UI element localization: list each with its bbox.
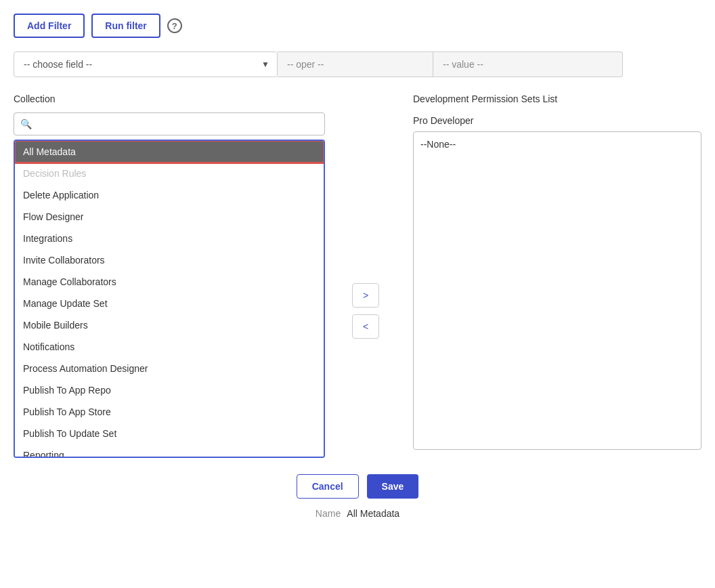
filter-row: -- choose field -- ▼ -- oper -- -- value… <box>14 51 623 77</box>
bottom-row: Cancel Save <box>14 474 701 499</box>
name-value: All Metadata <box>347 508 399 519</box>
chevron-left-icon: < <box>363 321 368 332</box>
value-field: -- value -- <box>433 51 623 77</box>
list-item[interactable]: Manage Update Set <box>15 293 324 314</box>
search-box-wrapper: 🔍 <box>14 112 325 135</box>
help-icon[interactable]: ? <box>167 18 182 33</box>
right-panel: Development Permission Sets List Pro Dev… <box>413 93 701 450</box>
permission-sets-list[interactable]: --None-- <box>413 131 701 450</box>
field-select-wrapper: -- choose field -- ▼ <box>14 51 278 77</box>
list-item[interactable]: Process Automation Designer <box>15 358 324 379</box>
list-item[interactable]: Publish To App Repo <box>15 379 324 401</box>
list-item[interactable]: Integrations <box>15 228 324 249</box>
list-item[interactable]: Notifications <box>15 336 324 358</box>
toolbar: Add Filter Run filter ? <box>14 14 701 38</box>
name-label: Name <box>316 508 341 519</box>
run-filter-button[interactable]: Run filter <box>91 14 160 38</box>
list-item[interactable]: Manage Collaborators <box>15 271 324 293</box>
list-item[interactable]: Invite Collaborators <box>15 249 324 271</box>
list-item[interactable]: Reporting <box>15 444 324 458</box>
oper-field: -- oper -- <box>278 51 433 77</box>
choose-field-select[interactable]: -- choose field -- <box>14 51 278 77</box>
list-item[interactable]: All Metadata <box>15 141 324 163</box>
collection-list[interactable]: All MetadataDecision RulesDelete Applica… <box>14 140 325 458</box>
cancel-button[interactable]: Cancel <box>297 474 359 499</box>
dev-permission-sets-title: Development Permission Sets List <box>413 93 701 104</box>
chevron-right-icon: > <box>363 290 368 301</box>
arrow-panel: > < <box>352 283 386 339</box>
pro-developer-label: Pro Developer <box>413 115 701 126</box>
footer-name-row: Name All Metadata <box>14 508 701 519</box>
list-item[interactable]: Flow Designer <box>15 206 324 228</box>
add-filter-button[interactable]: Add Filter <box>14 14 85 38</box>
main-layout: Collection 🔍 All MetadataDecision RulesD… <box>14 93 701 458</box>
list-item[interactable]: Delete Application <box>15 184 324 206</box>
list-item[interactable]: Publish To Update Set <box>15 423 324 444</box>
move-left-button[interactable]: < <box>352 314 379 339</box>
search-input[interactable] <box>14 112 325 135</box>
list-item[interactable]: Mobile Builders <box>15 314 324 336</box>
move-right-button[interactable]: > <box>352 283 379 308</box>
none-value: --None-- <box>420 139 456 150</box>
list-item[interactable]: Decision Rules <box>15 163 324 184</box>
search-icon: 🔍 <box>20 119 32 129</box>
collection-label: Collection <box>14 93 325 104</box>
save-button[interactable]: Save <box>367 474 419 499</box>
list-item[interactable]: Publish To App Store <box>15 401 324 423</box>
left-panel: Collection 🔍 All MetadataDecision RulesD… <box>14 93 325 458</box>
